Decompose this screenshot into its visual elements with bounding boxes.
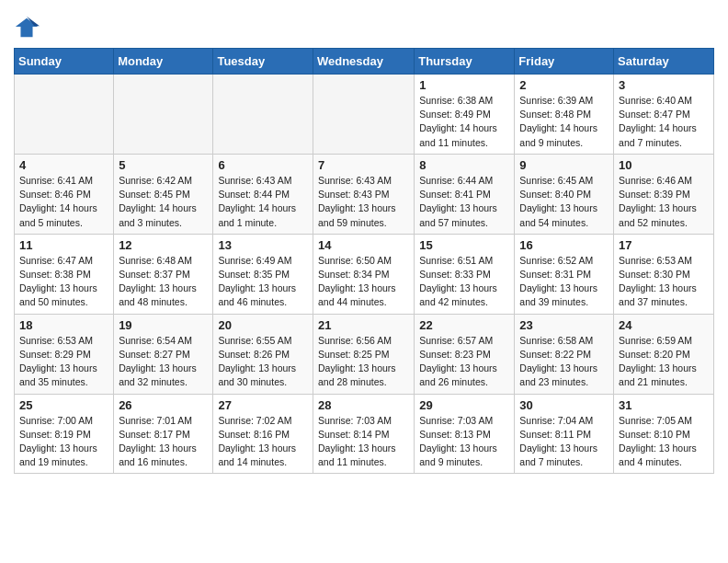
svg-marker-0 [16, 18, 38, 38]
day-number: 27 [218, 398, 308, 412]
calendar-cell: 25Sunrise: 7:00 AM Sunset: 8:19 PM Dayli… [15, 394, 114, 474]
calendar-cell: 28Sunrise: 7:03 AM Sunset: 8:14 PM Dayli… [313, 394, 414, 474]
header-thursday: Thursday [415, 49, 515, 75]
day-number: 11 [19, 238, 108, 252]
day-number: 4 [19, 158, 108, 172]
day-number: 16 [519, 238, 609, 252]
day-number: 10 [619, 158, 709, 172]
calendar-cell: 6Sunrise: 6:43 AM Sunset: 8:44 PM Daylig… [213, 154, 313, 234]
day-info: Sunrise: 6:49 AM Sunset: 8:35 PM Dayligh… [218, 254, 308, 310]
day-info: Sunrise: 7:03 AM Sunset: 8:13 PM Dayligh… [419, 414, 509, 470]
day-info: Sunrise: 7:02 AM Sunset: 8:16 PM Dayligh… [218, 414, 308, 470]
day-number: 6 [218, 158, 308, 172]
day-number: 30 [519, 398, 609, 412]
logo-icon [14, 15, 40, 40]
week-row-0: 1Sunrise: 6:38 AM Sunset: 8:49 PM Daylig… [15, 75, 714, 155]
calendar-cell: 11Sunrise: 6:47 AM Sunset: 8:38 PM Dayli… [15, 234, 114, 314]
day-info: Sunrise: 6:45 AM Sunset: 8:40 PM Dayligh… [519, 174, 609, 230]
calendar-cell: 17Sunrise: 6:53 AM Sunset: 8:30 PM Dayli… [614, 234, 714, 314]
calendar-cell: 14Sunrise: 6:50 AM Sunset: 8:34 PM Dayli… [313, 234, 414, 314]
calendar-header-row: SundayMondayTuesdayWednesdayThursdayFrid… [15, 49, 714, 75]
day-info: Sunrise: 6:52 AM Sunset: 8:31 PM Dayligh… [519, 254, 609, 310]
header-friday: Friday [515, 49, 614, 75]
calendar-cell [114, 75, 213, 155]
day-info: Sunrise: 6:56 AM Sunset: 8:25 PM Dayligh… [318, 334, 409, 390]
day-number: 23 [519, 318, 609, 332]
day-info: Sunrise: 6:58 AM Sunset: 8:22 PM Dayligh… [519, 334, 609, 390]
day-number: 1 [419, 78, 509, 92]
day-number: 14 [318, 238, 409, 252]
day-number: 2 [519, 78, 609, 92]
calendar-cell: 30Sunrise: 7:04 AM Sunset: 8:11 PM Dayli… [515, 394, 614, 474]
day-number: 8 [419, 158, 509, 172]
calendar-cell: 18Sunrise: 6:53 AM Sunset: 8:29 PM Dayli… [15, 314, 114, 394]
calendar-cell: 12Sunrise: 6:48 AM Sunset: 8:37 PM Dayli… [114, 234, 213, 314]
calendar-cell: 16Sunrise: 6:52 AM Sunset: 8:31 PM Dayli… [515, 234, 614, 314]
day-number: 25 [19, 398, 108, 412]
week-row-4: 25Sunrise: 7:00 AM Sunset: 8:19 PM Dayli… [15, 394, 714, 474]
calendar-cell [213, 75, 313, 155]
calendar-cell: 27Sunrise: 7:02 AM Sunset: 8:16 PM Dayli… [213, 394, 313, 474]
day-info: Sunrise: 6:38 AM Sunset: 8:49 PM Dayligh… [419, 94, 509, 150]
day-info: Sunrise: 7:00 AM Sunset: 8:19 PM Dayligh… [19, 414, 108, 470]
day-info: Sunrise: 6:43 AM Sunset: 8:44 PM Dayligh… [218, 174, 308, 230]
day-info: Sunrise: 6:48 AM Sunset: 8:37 PM Dayligh… [119, 254, 208, 310]
day-info: Sunrise: 7:03 AM Sunset: 8:14 PM Dayligh… [318, 414, 409, 470]
day-info: Sunrise: 6:53 AM Sunset: 8:30 PM Dayligh… [619, 254, 709, 310]
calendar-cell: 24Sunrise: 6:59 AM Sunset: 8:20 PM Dayli… [614, 314, 714, 394]
calendar-cell: 5Sunrise: 6:42 AM Sunset: 8:45 PM Daylig… [114, 154, 213, 234]
calendar-cell: 7Sunrise: 6:43 AM Sunset: 8:43 PM Daylig… [313, 154, 414, 234]
day-info: Sunrise: 6:41 AM Sunset: 8:46 PM Dayligh… [19, 174, 108, 230]
day-number: 19 [119, 318, 208, 332]
day-number: 21 [318, 318, 409, 332]
calendar-cell: 1Sunrise: 6:38 AM Sunset: 8:49 PM Daylig… [415, 75, 515, 155]
calendar-cell: 20Sunrise: 6:55 AM Sunset: 8:26 PM Dayli… [213, 314, 313, 394]
day-number: 3 [619, 78, 709, 92]
day-number: 5 [119, 158, 208, 172]
day-number: 15 [419, 238, 509, 252]
calendar-cell: 13Sunrise: 6:49 AM Sunset: 8:35 PM Dayli… [213, 234, 313, 314]
calendar-cell [15, 75, 114, 155]
day-info: Sunrise: 6:43 AM Sunset: 8:43 PM Dayligh… [318, 174, 409, 230]
calendar-cell: 26Sunrise: 7:01 AM Sunset: 8:17 PM Dayli… [114, 394, 213, 474]
calendar-cell [313, 75, 414, 155]
day-info: Sunrise: 6:55 AM Sunset: 8:26 PM Dayligh… [218, 334, 308, 390]
header-sunday: Sunday [15, 49, 114, 75]
day-info: Sunrise: 6:47 AM Sunset: 8:38 PM Dayligh… [19, 254, 108, 310]
day-info: Sunrise: 7:05 AM Sunset: 8:10 PM Dayligh… [619, 414, 709, 470]
day-info: Sunrise: 6:50 AM Sunset: 8:34 PM Dayligh… [318, 254, 409, 310]
logo [14, 15, 43, 40]
day-info: Sunrise: 6:53 AM Sunset: 8:29 PM Dayligh… [19, 334, 108, 390]
calendar-cell: 21Sunrise: 6:56 AM Sunset: 8:25 PM Dayli… [313, 314, 414, 394]
day-number: 7 [318, 158, 409, 172]
calendar-cell: 8Sunrise: 6:44 AM Sunset: 8:41 PM Daylig… [415, 154, 515, 234]
page-header [14, 9, 714, 40]
day-info: Sunrise: 7:01 AM Sunset: 8:17 PM Dayligh… [119, 414, 208, 470]
day-info: Sunrise: 6:51 AM Sunset: 8:33 PM Dayligh… [419, 254, 509, 310]
calendar-cell: 3Sunrise: 6:40 AM Sunset: 8:47 PM Daylig… [614, 75, 714, 155]
day-info: Sunrise: 6:40 AM Sunset: 8:47 PM Dayligh… [619, 94, 709, 150]
day-number: 18 [19, 318, 108, 332]
day-info: Sunrise: 6:57 AM Sunset: 8:23 PM Dayligh… [419, 334, 509, 390]
day-info: Sunrise: 6:44 AM Sunset: 8:41 PM Dayligh… [419, 174, 509, 230]
calendar-cell: 4Sunrise: 6:41 AM Sunset: 8:46 PM Daylig… [15, 154, 114, 234]
calendar-cell: 23Sunrise: 6:58 AM Sunset: 8:22 PM Dayli… [515, 314, 614, 394]
calendar-cell: 22Sunrise: 6:57 AM Sunset: 8:23 PM Dayli… [415, 314, 515, 394]
calendar-cell: 9Sunrise: 6:45 AM Sunset: 8:40 PM Daylig… [515, 154, 614, 234]
header-monday: Monday [114, 49, 213, 75]
day-info: Sunrise: 6:59 AM Sunset: 8:20 PM Dayligh… [619, 334, 709, 390]
day-info: Sunrise: 6:54 AM Sunset: 8:27 PM Dayligh… [119, 334, 208, 390]
day-info: Sunrise: 6:39 AM Sunset: 8:48 PM Dayligh… [519, 94, 609, 150]
day-number: 28 [318, 398, 409, 412]
calendar-cell: 15Sunrise: 6:51 AM Sunset: 8:33 PM Dayli… [415, 234, 515, 314]
day-number: 29 [419, 398, 509, 412]
calendar-cell: 10Sunrise: 6:46 AM Sunset: 8:39 PM Dayli… [614, 154, 714, 234]
day-number: 12 [119, 238, 208, 252]
day-number: 13 [218, 238, 308, 252]
calendar-cell: 29Sunrise: 7:03 AM Sunset: 8:13 PM Dayli… [415, 394, 515, 474]
header-saturday: Saturday [614, 49, 714, 75]
day-number: 20 [218, 318, 308, 332]
day-number: 26 [119, 398, 208, 412]
week-row-1: 4Sunrise: 6:41 AM Sunset: 8:46 PM Daylig… [15, 154, 714, 234]
day-info: Sunrise: 7:04 AM Sunset: 8:11 PM Dayligh… [519, 414, 609, 470]
